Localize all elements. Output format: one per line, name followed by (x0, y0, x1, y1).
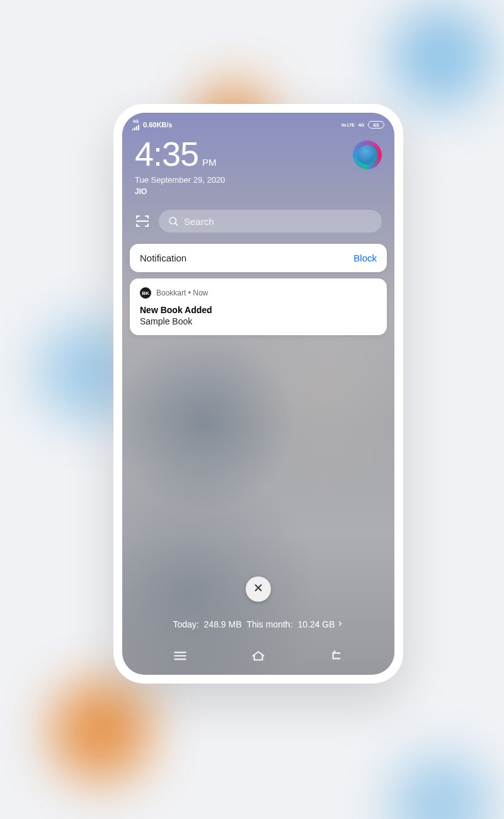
network-type-right: 4G (358, 123, 364, 127)
status-bar: 4G 0.60KB/s Vo LTE 4G 63 (122, 113, 394, 133)
notification-header-card: Notification Block (130, 244, 387, 272)
jovi-assistant-icon[interactable] (353, 140, 382, 169)
clock-time: 4:35 PM (135, 137, 225, 171)
data-usage-today-label: Today: (173, 619, 198, 629)
close-icon (253, 582, 264, 596)
app-icon: BK (140, 287, 151, 299)
device-screen: 4G 0.60KB/s Vo LTE 4G 63 4:35 PM (122, 113, 394, 675)
clear-all-button[interactable] (246, 576, 271, 602)
home-button[interactable] (250, 648, 266, 664)
chevron-right-icon (336, 619, 344, 629)
scan-icon[interactable] (135, 214, 150, 229)
clock-date: Tue September 29, 2020 (135, 175, 225, 185)
data-speed: 0.60KB/s (143, 121, 172, 129)
battery-icon: 63 (368, 121, 384, 129)
data-usage-month-label: This month: (246, 619, 292, 629)
clock-hours-minutes: 4:35 (135, 137, 198, 171)
notification-body: Sample Book (140, 316, 377, 326)
navigation-bar (122, 642, 394, 675)
clock-ampm: PM (202, 157, 217, 171)
volte-indicator: Vo LTE (341, 123, 354, 127)
device-frame: 4G 0.60KB/s Vo LTE 4G 63 4:35 PM (113, 104, 403, 684)
data-usage-row[interactable]: Today: 248.9 MB This month: 10.24 GB (122, 619, 394, 629)
back-button[interactable] (328, 648, 345, 664)
search-placeholder: Search (184, 216, 214, 227)
recents-button[interactable] (172, 648, 188, 664)
search-input[interactable]: Search (159, 210, 382, 232)
notification-section-title: Notification (140, 253, 186, 263)
notification-title: New Book Added (140, 305, 377, 315)
search-icon (168, 215, 179, 227)
notification-card[interactable]: BK Bookkart • Now New Book Added Sample … (130, 278, 387, 335)
signal-icon: 4G (132, 119, 139, 130)
carrier-label: JIO (135, 187, 225, 196)
data-usage-month-value: 10.24 GB (297, 619, 335, 629)
block-button[interactable]: Block (353, 253, 377, 263)
data-usage-today-value: 248.9 MB (204, 619, 242, 629)
app-name: Bookkart • Now (156, 289, 208, 297)
